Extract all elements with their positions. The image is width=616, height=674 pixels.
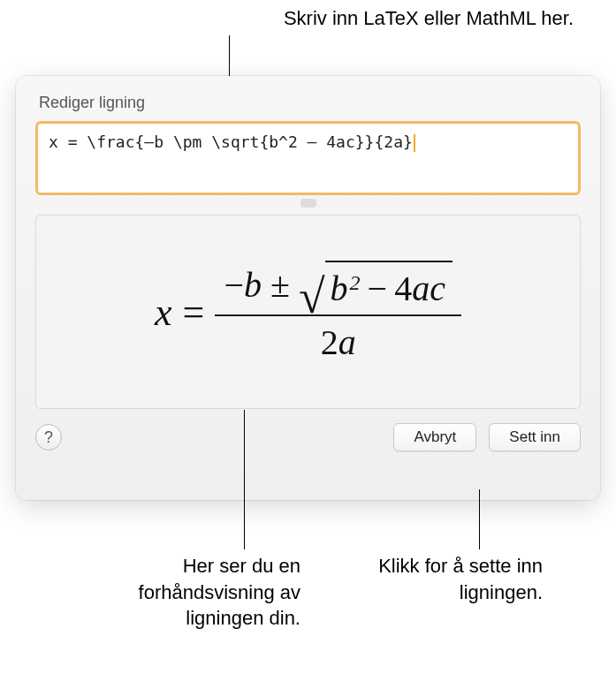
equation-preview: x = − b ± √ b 2 −4ac (35, 215, 581, 409)
formula-radicand: b 2 −4ac (325, 261, 452, 309)
formula-4: 4 (394, 269, 412, 308)
formula-minus4ac: −4ac (368, 268, 445, 309)
formula-lhs: x (155, 290, 172, 335)
formula-c: c (430, 269, 445, 308)
callout-preview-label: Her ser du en forhåndsvisning av ligning… (88, 553, 300, 632)
dialog-footer: ? Avbryt Sett inn (35, 423, 581, 451)
dialog-title: Rediger ligning (39, 94, 581, 112)
callout-line-preview (244, 410, 245, 549)
formula-b2: b (331, 268, 348, 309)
formula-denominator: 2a (321, 316, 356, 363)
cancel-button[interactable]: Avbryt (393, 423, 476, 451)
formula-sup2: 2 (350, 271, 361, 295)
insert-button[interactable]: Sett inn (489, 423, 581, 451)
formula-equals: = (183, 290, 205, 335)
formula-denom-a: a (338, 322, 356, 362)
panel-connector (35, 195, 581, 215)
button-group: Avbryt Sett inn (393, 423, 581, 451)
text-cursor (414, 134, 415, 152)
connector-nub (300, 199, 316, 208)
callout-line-insert (479, 489, 480, 549)
callout-insert-label: Klikk for å sette inn ligningen. (334, 553, 543, 605)
equation-editor-dialog: Rediger ligning x = \frac{–b \pm \sqrt{b… (16, 76, 600, 500)
help-button[interactable]: ? (35, 424, 62, 451)
formula-numerator: − b ± √ b 2 −4ac (215, 261, 460, 316)
formula-denom-2: 2 (321, 322, 338, 362)
radical-symbol: √ (299, 281, 325, 314)
formula-sqrt: √ b 2 −4ac (299, 261, 452, 309)
formula-plusminus: ± (270, 264, 290, 306)
formula-negative: − (224, 264, 244, 306)
callout-input-label: Skriv inn LaTeX eller MathML her. (284, 7, 574, 30)
formula-a: a (412, 269, 430, 308)
formula-b1: b (244, 264, 262, 306)
rendered-formula: x = − b ± √ b 2 −4ac (155, 261, 461, 363)
formula-minus: − (368, 269, 388, 308)
latex-input[interactable]: x = \frac{–b \pm \sqrt{b^2 – 4ac}}{2a} (35, 121, 581, 195)
formula-fraction: − b ± √ b 2 −4ac 2 (215, 261, 460, 363)
input-text: x = \frac{–b \pm \sqrt{b^2 – 4ac}}{2a} (49, 133, 413, 151)
